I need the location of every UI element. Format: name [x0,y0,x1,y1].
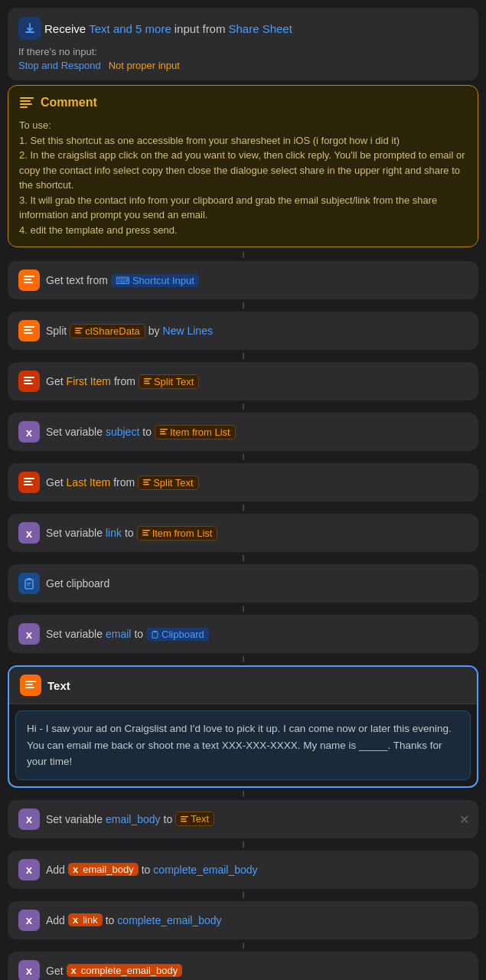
text-block-icon [20,675,41,696]
item-from-list-badge-2: Item from List [137,526,218,541]
action-get-last[interactable]: Get Last Item from Split Text [8,463,478,501]
svg-rect-22 [160,433,166,435]
split-content: Split clShareData by New Lines [46,324,468,338]
svg-rect-28 [143,484,149,485]
connector [8,353,478,359]
connector [8,942,478,949]
svg-rect-10 [24,332,33,334]
get-last-content: Get Last Item from Split Text [46,475,468,490]
svg-rect-8 [24,326,34,328]
receive-share-link[interactable]: Share Sheet [228,22,292,35]
connector [8,302,478,309]
svg-rect-2 [20,100,31,102]
svg-rect-7 [24,282,33,283]
get-text-content: Get text from ⌨ Shortcut Input [46,274,468,287]
set-subject-icon: x [18,421,40,443]
comment-title: Comment [41,96,97,109]
action-split[interactable]: Split clShareData by New Lines [8,312,478,350]
connector [8,892,478,898]
connector [8,505,478,511]
connector [8,841,478,848]
connector [8,606,478,612]
svg-rect-41 [181,816,188,818]
action-get-text[interactable]: Get text from ⌨ Shortcut Input [8,261,478,299]
not-proper-input-link[interactable]: Not proper input [109,60,180,71]
action-set-link[interactable]: x Set variable link to Item from List [8,514,478,552]
svg-rect-9 [24,329,31,331]
svg-rect-17 [144,378,152,380]
set-link-content: Set variable link to Item from List [46,526,468,541]
svg-rect-16 [24,383,33,384]
action-set-email[interactable]: x Set variable email to Clipboard [8,615,478,653]
svg-rect-34 [27,583,31,583]
text-badge: Text [175,812,214,826]
receive-text-link[interactable]: Text and 5 more [89,22,171,35]
close-button[interactable]: ✕ [459,812,469,826]
receive-icon [18,17,41,40]
connector [8,555,478,561]
get-clipboard-content: Get clipboard [46,577,468,590]
svg-rect-43 [181,821,187,822]
set-email-icon: x [18,623,40,645]
link-badge: xlink [68,913,103,926]
split-text-badge-2: Split Text [138,475,199,490]
svg-rect-15 [24,380,31,381]
item-from-list-badge-1: Item from List [155,425,236,439]
svg-rect-20 [160,429,168,430]
set-email-body-content: Set variable email_body to Text [46,812,468,826]
add-email-body-icon: x [18,859,40,880]
add-email-body-content: Add xemail_body to complete_email_body [46,863,468,876]
svg-rect-23 [24,478,34,479]
action-add-link[interactable]: x Add xlink to complete_email_body [8,901,478,939]
comment-body: To use: 1. Set this shortcut as one acce… [19,118,467,237]
action-get-complete[interactable]: x Get xcomplete_email_body [8,952,478,980]
receive-block: Receive Text and 5 more input from Share… [8,8,478,80]
set-link-icon: x [18,522,40,544]
svg-rect-6 [24,279,31,280]
get-complete-content: Get xcomplete_email_body [46,964,468,977]
svg-rect-29 [142,530,150,531]
complete-email-body-badge-1: xcomplete_email_body [67,964,183,977]
connector [8,454,478,460]
svg-rect-4 [20,106,28,108]
comment-block: Comment To use: 1. Set this shortcut as … [8,85,478,247]
svg-rect-39 [25,684,33,685]
svg-rect-30 [142,532,148,534]
if-no-input-label: If there's no input: [18,46,97,57]
add-link-content: Add xlink to complete_email_body [46,913,468,926]
svg-rect-21 [160,431,165,433]
action-set-subject[interactable]: x Set variable subject to Item from List [8,413,478,451]
svg-rect-18 [144,381,149,382]
get-first-content: Get First Item from Split Text [46,374,468,389]
action-get-clipboard[interactable]: Get clipboard [8,564,478,603]
svg-rect-13 [75,332,81,334]
svg-rect-33 [27,578,31,580]
svg-rect-24 [24,481,31,482]
svg-rect-38 [25,681,36,682]
action-add-email-body[interactable]: x Add xemail_body to complete_email_body [8,851,478,889]
split-icon [18,320,40,341]
get-last-icon [18,472,40,493]
if-no-input: If there's no input: Stop and Respond No… [18,46,468,71]
action-get-first[interactable]: Get First Item from Split Text [8,362,478,400]
svg-rect-37 [154,630,157,632]
svg-rect-3 [20,103,32,105]
get-clipboard-icon [18,573,40,594]
set-email-body-icon: x [18,808,40,830]
svg-rect-36 [152,632,158,638]
get-text-icon [18,270,40,291]
text-block-body: Hi - I saw your ad on Craigslist and I'd… [27,720,459,770]
comment-icon [19,95,34,110]
connector [8,403,478,410]
add-link-icon: x [18,910,40,931]
svg-rect-11 [75,328,83,329]
stop-and-respond-link[interactable]: Stop and Respond [18,60,101,71]
svg-rect-5 [24,276,34,277]
svg-rect-14 [24,377,34,378]
text-block[interactable]: Text Hi - I saw your ad on Craigslist an… [8,665,478,788]
action-set-email-body[interactable]: x Set variable email_body to Text ✕ [8,800,478,838]
receive-middle: input from [175,22,226,35]
svg-rect-35 [27,585,30,586]
split-text-badge-1: Split Text [139,374,200,389]
svg-rect-1 [20,97,34,99]
